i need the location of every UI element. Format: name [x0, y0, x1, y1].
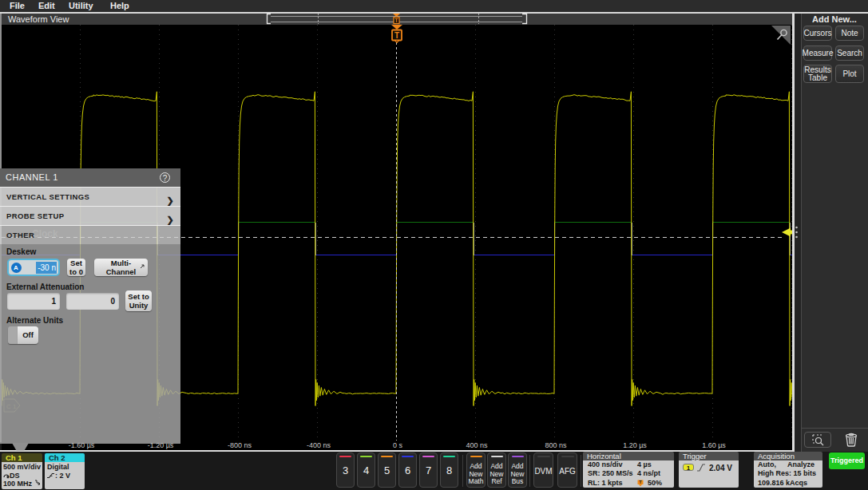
svg-text:400 ns: 400 ns: [466, 441, 488, 449]
svg-text:-1.20 µs: -1.20 µs: [148, 441, 174, 449]
svg-text:1.20 µs: 1.20 µs: [623, 441, 647, 449]
svg-text:-1.60 µs: -1.60 µs: [69, 441, 95, 449]
svg-text:0 s: 0 s: [393, 441, 403, 449]
svg-text:1.60 µs: 1.60 µs: [702, 441, 726, 449]
svg-text:-800 ns: -800 ns: [228, 441, 252, 449]
svg-text:-400 ns: -400 ns: [307, 441, 331, 449]
svg-text:800 ns: 800 ns: [545, 441, 567, 449]
